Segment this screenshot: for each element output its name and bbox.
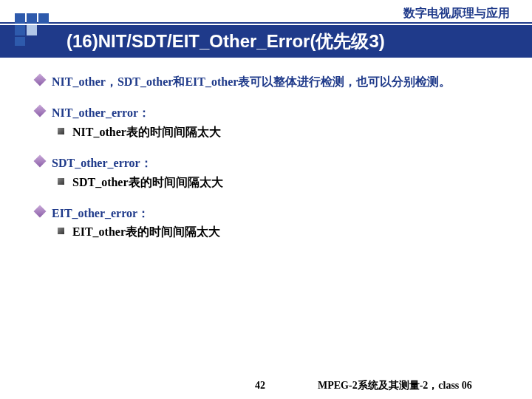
svg-rect-0 <box>15 13 25 24</box>
sub-text: EIT_other表的时间间隔太大 <box>72 225 220 238</box>
svg-rect-2 <box>38 13 49 24</box>
slide-title: (16)NIT/SDT/EIT_Other_Error(优先级3) <box>66 30 385 53</box>
bullet-text: SDT_other_error： <box>52 157 152 169</box>
sub-item: SDT_other表的时间间隔太大 <box>72 174 495 191</box>
diamond-bullet-icon <box>34 205 47 217</box>
page-number: 42 <box>255 380 265 392</box>
bullet-item: NIT_other_error： NIT_other表的时间间隔太大 <box>52 105 495 140</box>
header-course-title: 数字电视原理与应用 <box>403 6 510 21</box>
sub-text: NIT_other表的时间间隔太大 <box>72 126 221 138</box>
title-bar: (16)NIT/SDT/EIT_Other_Error(优先级3) <box>0 25 532 58</box>
svg-rect-3 <box>15 25 25 35</box>
sub-item: NIT_other表的时间间隔太大 <box>72 124 495 140</box>
diamond-bullet-icon <box>34 155 47 168</box>
bullet-item: SDT_other_error： SDT_other表的时间间隔太大 <box>52 155 495 191</box>
square-bullet-icon <box>58 128 64 134</box>
content-area: NIT_other，SDT_other和EIT_other表可以整体进行检测，也… <box>52 74 495 256</box>
bullet-text: EIT_other_error： <box>52 207 149 219</box>
bullet-item: NIT_other，SDT_other和EIT_other表可以整体进行检测，也… <box>52 74 495 90</box>
sub-text: SDT_other表的时间间隔太大 <box>72 176 223 188</box>
square-bullet-icon <box>58 228 64 234</box>
header-underline <box>0 22 532 24</box>
bullet-text: NIT_other_error： <box>52 106 150 119</box>
bullet-text: NIT_other，SDT_other和EIT_other表可以整体进行检测，也… <box>52 75 451 88</box>
square-bullet-icon <box>58 178 64 185</box>
diamond-bullet-icon <box>34 74 47 86</box>
slide-logo <box>15 13 59 46</box>
svg-rect-5 <box>15 37 25 46</box>
diamond-bullet-icon <box>34 105 47 117</box>
bullet-item: EIT_other_error： EIT_other表的时间间隔太大 <box>52 205 495 241</box>
sub-item: EIT_other表的时间间隔太大 <box>72 224 495 240</box>
svg-rect-4 <box>27 25 37 35</box>
footer-text: MPEG-2系统及其测量-2，class 06 <box>318 379 472 392</box>
svg-rect-1 <box>27 13 37 24</box>
